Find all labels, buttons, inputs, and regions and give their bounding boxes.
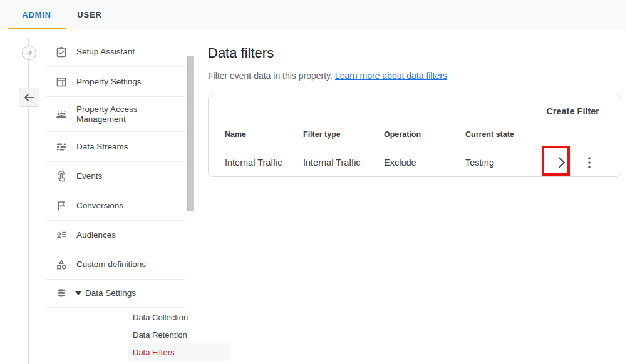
description-text: Filter event data in this property.	[208, 71, 333, 81]
flag-icon	[55, 200, 68, 212]
sidebar-subitem-data-collection[interactable]: Data Collection	[128, 308, 230, 326]
touch-icon	[55, 170, 68, 183]
sidebar-item-data-settings[interactable]: Data Settings	[45, 280, 185, 308]
cell-filter-type: Internal Traffic	[303, 148, 361, 177]
learn-more-link[interactable]: Learn more about data filters	[335, 71, 447, 81]
chevron-down-icon[interactable]	[75, 291, 81, 295]
people-icon	[55, 108, 68, 121]
column-header-filter-type: Filter type	[303, 130, 341, 139]
chevron-right-icon	[559, 157, 566, 168]
open-filter-button[interactable]	[549, 148, 574, 177]
sidebar-item-label: Property Settings	[76, 77, 142, 87]
cell-current-state: Testing	[465, 148, 494, 177]
page-title: Data filters	[208, 45, 274, 61]
more-vert-icon	[588, 156, 591, 169]
sidebar-item-data-streams[interactable]: Data Streams	[45, 132, 185, 162]
arrow-right-circle-icon	[25, 49, 33, 57]
shapes-icon	[55, 258, 68, 271]
sidebar-subitem-label: Data Filters	[133, 348, 174, 357]
sidebar-item-label: Audiences	[76, 230, 116, 240]
sidebar-item-events[interactable]: Events	[45, 162, 185, 191]
sidebar-item-custom-definitions[interactable]: Custom definitions	[45, 250, 185, 280]
database-icon	[55, 287, 68, 300]
sidebar-item-label: Setup Assistant	[76, 47, 135, 57]
sidebar-item-property-access-management[interactable]: Property Access Management	[45, 97, 185, 132]
back-button[interactable]	[19, 88, 39, 107]
cell-operation: Exclude	[384, 148, 416, 177]
tab-admin[interactable]: ADMIN	[8, 0, 66, 29]
clipboard-check-icon	[55, 46, 68, 58]
arrow-left-icon	[24, 93, 34, 102]
sidebar-subitem-label: Data Collection	[133, 313, 188, 322]
create-filter-button[interactable]: Create Filter	[546, 106, 599, 116]
streams-icon	[55, 141, 68, 153]
active-tab-underline	[8, 28, 66, 29]
column-header-operation: Operation	[384, 130, 421, 139]
sidebar-item-setup-assistant[interactable]: Setup Assistant	[45, 38, 185, 67]
sidebar-scrollbar-thumb[interactable]	[187, 56, 194, 211]
row-menu-button[interactable]	[577, 148, 602, 177]
sidebar-item-label: Property Access Management	[76, 104, 185, 124]
sidebar-item-label: Custom definitions	[76, 260, 146, 270]
tab-user[interactable]: USER	[70, 0, 109, 29]
audience-icon	[55, 229, 68, 241]
collapse-circle-button[interactable]	[22, 46, 36, 60]
sidebar-item-conversions[interactable]: Conversions	[45, 191, 185, 221]
sidebar-item-property-settings[interactable]: Property Settings	[45, 67, 185, 97]
data-filters-table: Create Filter Name Filter type Operation…	[208, 94, 621, 177]
sidebar-subitem-label: Data Retention	[133, 330, 187, 340]
sidebar-item-label: Conversions	[76, 201, 123, 211]
page-description: Filter event data in this property. Lear…	[208, 71, 447, 81]
cell-name: Internal Traffic	[225, 148, 282, 177]
sidebar-item-label: Events	[76, 171, 102, 181]
sidebar-item-label: Data Settings	[85, 288, 136, 298]
top-tab-bar: ADMIN USER	[0, 0, 625, 29]
sidebar-subitem-data-filters[interactable]: Data Filters	[128, 343, 230, 361]
admin-page: ADMIN USER Setup Assistant	[0, 0, 625, 364]
sidebar-item-label: Data Streams	[76, 142, 128, 152]
window-icon	[55, 76, 68, 88]
column-header-name: Name	[225, 130, 246, 139]
column-header-current-state: Current state	[465, 130, 514, 139]
sidebar-subitem-data-retention[interactable]: Data Retention	[128, 326, 230, 343]
stepper-rail	[28, 38, 29, 364]
sidebar-item-audiences[interactable]: Audiences	[45, 221, 185, 250]
